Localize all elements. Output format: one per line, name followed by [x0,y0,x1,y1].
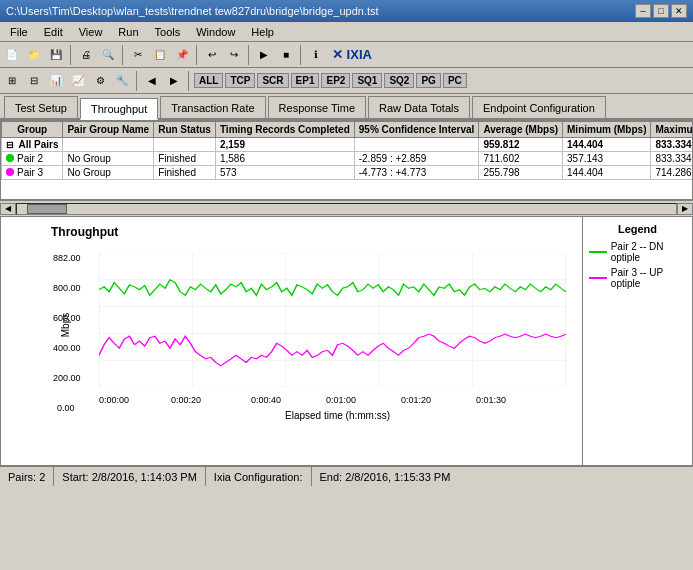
badge-tcp[interactable]: TCP [225,73,255,88]
cell-status-pair3: Finished [154,166,216,180]
badge-pg[interactable]: PG [416,73,440,88]
cell-pair-group-all [63,138,154,152]
expand-icon[interactable]: ⊟ [6,140,14,150]
preview-button[interactable]: 🔍 [98,45,118,65]
tab-transaction-rate[interactable]: Transaction Rate [160,96,265,118]
col-timing: Timing Records Completed [215,122,354,138]
new-button[interactable]: 📄 [2,45,22,65]
data-table-wrapper: Group Pair Group Name Run Status Timing … [0,120,693,200]
cell-maximum-pair3: 714.286 [651,166,693,180]
run-button[interactable]: ▶ [254,45,274,65]
x-tick-0: 0:00:00 [99,395,129,405]
sep3 [196,45,198,65]
tb2-btn6[interactable]: 🔧 [112,71,132,91]
tab-raw-data-totals[interactable]: Raw Data Totals [368,96,470,118]
redo-button[interactable]: ↪ [224,45,244,65]
tb2-btn4[interactable]: 📈 [68,71,88,91]
open-button[interactable]: 📁 [24,45,44,65]
cell-status-pair2: Finished [154,152,216,166]
badge-ep2[interactable]: EP2 [321,73,350,88]
x-tick-40: 0:00:40 [251,395,281,405]
chart-legend: Legend Pair 2 -- DN optiple Pair 3 -- UP… [582,217,692,465]
cell-average-all: 959.812 [479,138,563,152]
sep5 [300,45,302,65]
legend-label-pair2: Pair 2 -- DN optiple [611,241,686,263]
table-row-pair3: Pair 3 No Group Finished 573 -4.773 : +4… [2,166,694,180]
badge-sq1[interactable]: SQ1 [352,73,382,88]
legend-pair3: Pair 3 -- UP optiple [589,267,686,289]
tb2-btn3[interactable]: 📊 [46,71,66,91]
y-tick-0: 0.00 [57,403,75,413]
color-indicator-green [6,154,14,162]
badge-scr[interactable]: SCR [257,73,288,88]
y-tick-800: 800.00 [53,283,81,293]
tb2-btn2[interactable]: ⊟ [24,71,44,91]
tb2-btn8[interactable]: ▶ [164,71,184,91]
cell-minimum-all: 144.404 [563,138,651,152]
menu-help[interactable]: Help [245,25,280,39]
legend-pair2: Pair 2 -- DN optiple [589,241,686,263]
copy-button[interactable]: 📋 [150,45,170,65]
save-button[interactable]: 💾 [46,45,66,65]
minimize-button[interactable]: – [635,4,651,18]
cut-button[interactable]: ✂ [128,45,148,65]
y-tick-400: 400.00 [53,343,81,353]
window-controls[interactable]: – □ ✕ [635,4,687,18]
menu-tools[interactable]: Tools [149,25,187,39]
cell-timing-pair3: 573 [215,166,354,180]
stop-button[interactable]: ■ [276,45,296,65]
paste-button[interactable]: 📌 [172,45,192,65]
cell-timing-pair2: 1,586 [215,152,354,166]
menu-window[interactable]: Window [190,25,241,39]
chart-inner: Throughput Mbps [51,225,574,425]
y-tick-600: 600.00 [53,313,81,323]
scroll-thumb[interactable] [27,204,67,214]
toolbar-1: 📄 📁 💾 🖨 🔍 ✂ 📋 📌 ↩ ↪ ▶ ■ ℹ ✕ IXIA [0,42,693,68]
menu-file[interactable]: File [4,25,34,39]
status-ixia-config: Ixia Configuration: [206,467,312,486]
menu-view[interactable]: View [73,25,109,39]
badge-all[interactable]: ALL [194,73,223,88]
sep7 [188,71,190,91]
toolbar-2: ⊞ ⊟ 📊 📈 ⚙ 🔧 ◀ ▶ ALL TCP SCR EP1 EP2 SQ1 … [0,68,693,94]
status-bar: Pairs: 2 Start: 2/8/2016, 1:14:03 PM Ixi… [0,466,693,486]
pairs-count: Pairs: 2 [8,471,45,483]
tab-endpoint-configuration[interactable]: Endpoint Configuration [472,96,606,118]
tab-throughput[interactable]: Throughput [80,98,158,120]
menu-run[interactable]: Run [112,25,144,39]
cell-average-pair2: 711.602 [479,152,563,166]
cell-timing-all: 2,159 [215,138,354,152]
chart-container: Throughput Mbps [0,216,693,466]
badge-sq2[interactable]: SQ2 [384,73,414,88]
tab-response-time[interactable]: Response Time [268,96,366,118]
legend-title: Legend [589,223,686,235]
tab-test-setup[interactable]: Test Setup [4,96,78,118]
scroll-left-btn[interactable]: ◀ [0,203,16,215]
badge-ep1[interactable]: EP1 [291,73,320,88]
legend-label-pair3: Pair 3 -- UP optiple [611,267,686,289]
chart-main: Throughput Mbps [1,217,582,465]
menu-edit[interactable]: Edit [38,25,69,39]
col-pair-group-name: Pair Group Name [63,122,154,138]
close-button[interactable]: ✕ [671,4,687,18]
undo-button[interactable]: ↩ [202,45,222,65]
maximize-button[interactable]: □ [653,4,669,18]
cell-confidence-pair3: -4.773 : +4.773 [354,166,479,180]
scroll-track[interactable] [16,203,677,215]
tb2-btn7[interactable]: ◀ [142,71,162,91]
col-run-status: Run Status [154,122,216,138]
scroll-right-btn[interactable]: ▶ [677,203,693,215]
sep6 [136,71,138,91]
table-row-pair2: Pair 2 No Group Finished 1,586 -2.859 : … [2,152,694,166]
end-time: End: 2/8/2016, 1:15:33 PM [320,471,451,483]
table-scrollbar[interactable]: ◀ ▶ [0,200,693,216]
tb2-btn1[interactable]: ⊞ [2,71,22,91]
print-button[interactable]: 🖨 [76,45,96,65]
color-indicator-pink [6,168,14,176]
col-maximum: Maximum (Mbps) [651,122,693,138]
throughput-chart [99,253,566,387]
tb2-btn5[interactable]: ⚙ [90,71,110,91]
info-button[interactable]: ℹ [306,45,326,65]
badge-pc[interactable]: PC [443,73,467,88]
cell-average-pair3: 255.798 [479,166,563,180]
